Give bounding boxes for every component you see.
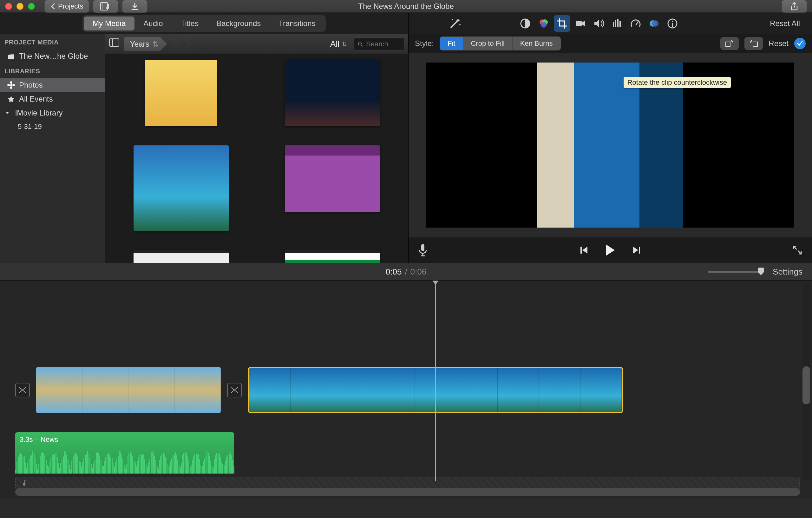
svg-point-18 <box>672 21 673 22</box>
browser-toolbar: Years ⇅ All ⇅ <box>105 34 408 54</box>
top-row: My Media Audio Titles Backgrounds Transi… <box>0 13 812 34</box>
svg-point-28 <box>358 42 361 45</box>
stabilization-button[interactable] <box>572 15 589 32</box>
fullscreen-button[interactable] <box>792 245 803 255</box>
style-fit[interactable]: Fit <box>440 37 463 50</box>
transition-start[interactable] <box>15 383 30 398</box>
speedometer-icon <box>630 18 641 29</box>
expand-icon <box>792 245 803 255</box>
apply-crop-button[interactable] <box>794 38 806 49</box>
background-music-track[interactable] <box>15 477 800 489</box>
filter-label: All <box>330 39 339 49</box>
all-events-label: All Events <box>19 94 53 104</box>
clapperboard-icon <box>7 52 15 60</box>
media-thumbnail[interactable] <box>134 145 229 231</box>
sidebar-toggle-button[interactable] <box>109 38 120 50</box>
svg-point-25 <box>12 84 15 86</box>
imovie-library-label: iMovie Library <box>15 109 62 117</box>
scrollbar-thumb[interactable] <box>803 366 810 404</box>
reset-crop-button[interactable]: Reset <box>768 39 788 48</box>
sidebar-item-imovie-library[interactable]: iMovie Library <box>0 106 105 120</box>
timeline[interactable]: 3.3s – News <box>0 280 812 499</box>
play-button[interactable] <box>605 244 616 256</box>
tab-transitions[interactable]: Transitions <box>270 17 324 30</box>
tab-my-media[interactable]: My Media <box>84 17 135 30</box>
crop-button[interactable] <box>554 15 570 32</box>
import-media-button[interactable] <box>93 0 118 13</box>
volume-button[interactable] <box>590 15 607 32</box>
search-field[interactable] <box>354 37 404 51</box>
noise-reduction-button[interactable] <box>609 15 626 32</box>
rotate-counterclockwise-button[interactable] <box>745 37 763 50</box>
transport-bar <box>409 238 812 263</box>
share-button[interactable] <box>782 0 807 13</box>
speed-button[interactable] <box>628 15 644 32</box>
sidebar-item-event[interactable]: 5-31-19 <box>0 120 105 133</box>
waveform <box>15 451 234 473</box>
filter-dropdown[interactable]: All ⇅ <box>327 38 350 50</box>
sidebar-item-all-events[interactable]: All Events <box>0 92 105 106</box>
zoom-slider[interactable] <box>708 271 761 273</box>
media-thumbnail[interactable] <box>145 60 217 126</box>
color-correction-button[interactable] <box>535 15 552 32</box>
media-thumbnail[interactable] <box>285 145 380 212</box>
event-date-label: 5-31-19 <box>18 122 42 131</box>
search-icon <box>358 41 363 47</box>
sidebar-item-photos[interactable]: Photos <box>0 78 105 92</box>
breadcrumb-years[interactable]: Years ⇅ <box>124 37 167 51</box>
rotate-cw-icon <box>725 39 734 48</box>
settings-button[interactable]: Settings <box>773 267 803 277</box>
viewer: Rotate the clip counterclockwise <box>409 53 812 238</box>
svg-rect-34 <box>639 247 640 254</box>
style-crop-to-fill[interactable]: Crop to Fill <box>463 37 512 50</box>
projects-button[interactable]: Projects <box>45 0 89 13</box>
scrollbar-thumb[interactable] <box>15 488 800 496</box>
filters-button[interactable] <box>646 15 662 32</box>
info-icon <box>667 18 678 29</box>
project-item[interactable]: The New…he Globe <box>0 49 105 63</box>
tab-backgrounds[interactable]: Backgrounds <box>207 17 270 30</box>
disclosure-triangle-icon[interactable] <box>3 109 11 117</box>
time-separator: / <box>405 267 407 277</box>
voiceover-button[interactable] <box>418 243 428 257</box>
timeline-clip-1[interactable] <box>36 367 221 413</box>
prev-button[interactable] <box>579 245 589 255</box>
download-button[interactable] <box>122 0 147 13</box>
minimize-window-button[interactable] <box>17 3 24 10</box>
tab-audio[interactable]: Audio <box>135 17 172 30</box>
breadcrumb-slot[interactable] <box>181 37 194 51</box>
check-icon <box>797 40 803 47</box>
thumbnail-grid[interactable] <box>105 54 408 263</box>
film-music-icon <box>100 2 111 10</box>
color-balance-button[interactable] <box>517 15 533 32</box>
tab-titles[interactable]: Titles <box>172 17 207 30</box>
playhead[interactable] <box>435 280 436 481</box>
reset-all-button[interactable]: Reset All <box>765 17 804 30</box>
media-thumbnail[interactable] <box>285 250 380 263</box>
transition-mid[interactable] <box>227 383 242 398</box>
magic-wand-icon <box>448 17 462 30</box>
preview-pane: Style: Fit Crop to Fill Ken Burns Reset … <box>409 34 812 263</box>
video-track <box>15 367 623 413</box>
zoom-window-button[interactable] <box>28 3 35 10</box>
auto-enhance-button[interactable] <box>448 17 462 30</box>
viewer-canvas[interactable]: Rotate the clip counterclockwise <box>426 62 794 227</box>
zoom-knob[interactable] <box>758 268 764 275</box>
vertical-scrollbar[interactable] <box>803 284 810 481</box>
next-button[interactable] <box>632 245 641 255</box>
rotate-clockwise-button[interactable] <box>720 37 739 50</box>
palette-icon <box>538 18 549 29</box>
horizontal-scrollbar[interactable] <box>15 488 800 496</box>
audio-clip[interactable]: 3.3s – News <box>15 432 234 473</box>
media-browser: Years ⇅ All ⇅ <box>105 34 409 263</box>
close-window-button[interactable] <box>5 3 12 10</box>
info-button[interactable] <box>664 15 681 32</box>
style-ken-burns[interactable]: Ken Burns <box>513 37 560 50</box>
equalizer-icon <box>612 18 623 29</box>
media-thumbnail[interactable] <box>134 250 229 263</box>
breadcrumb-slot[interactable] <box>168 37 180 51</box>
search-input[interactable] <box>366 40 400 48</box>
media-thumbnail[interactable] <box>285 60 380 126</box>
media-tabs: My Media Audio Titles Backgrounds Transi… <box>83 15 325 32</box>
browser-area: PROJECT MEDIA The New…he Globe LIBRARIES… <box>0 34 812 263</box>
